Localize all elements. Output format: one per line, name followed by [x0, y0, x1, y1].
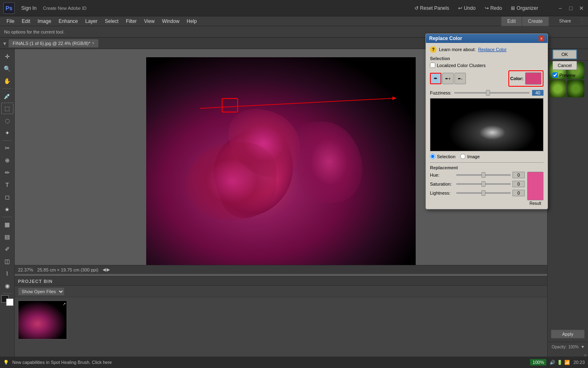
sign-in-button[interactable]: Sign In [19, 4, 39, 13]
eyedropper-add-btn[interactable]: ✒ [430, 73, 441, 84]
menu-help[interactable]: Help [183, 18, 200, 25]
lightness-row: Lightness: 0 [430, 190, 525, 196]
show-open-select[interactable]: Show Open Files [18, 287, 65, 296]
cancel-button[interactable]: Cancel [552, 61, 577, 70]
custom-shape-tool[interactable]: ★ [1, 204, 13, 215]
eyedropper-plus-icon: ✒+ [445, 76, 451, 81]
fuzziness-label: Fuzziness: [430, 90, 452, 95]
hue-row: Hue: 0 [430, 172, 525, 178]
radio-selection[interactable]: Selection [430, 154, 455, 159]
lasso-tool[interactable]: ◌ [1, 115, 13, 126]
color-swatch[interactable] [525, 72, 541, 85]
radio-selection-label: Selection [437, 154, 455, 159]
eyedropper-minus-icon: ✒- [458, 76, 462, 81]
pencil-tool[interactable]: ✐ [1, 243, 13, 255]
menu-select[interactable]: Select [102, 18, 122, 25]
magic-wand-tool[interactable]: ✦ [1, 127, 13, 139]
top-bar: Ps Sign In Create New Adobe ID ↺ Reset P… [0, 0, 588, 16]
document-tab[interactable]: FINALS (1 of 6).jpg @ 22.4% (RGB/8)* × [9, 39, 98, 47]
apply-button[interactable]: Apply [551, 330, 585, 339]
redo-button[interactable]: ↪ Redo [482, 4, 505, 13]
organizer-button[interactable]: ⊞ Organizer [508, 4, 541, 13]
right-thumb-3[interactable] [549, 80, 566, 97]
saturation-thumb[interactable] [481, 181, 486, 187]
fuzziness-slider[interactable] [454, 92, 530, 94]
saturation-slider[interactable] [456, 183, 511, 185]
paint-bucket-tool[interactable]: ▦ [1, 219, 13, 230]
dialog-buttons: OK Cancel Preview [552, 49, 577, 78]
replace-color-dialog[interactable]: Replace Color × ? Learn more about: Repl… [425, 34, 548, 209]
marquee-tool[interactable]: ⬚ [1, 103, 13, 114]
menu-filter[interactable]: Filter [122, 18, 140, 25]
result-label: Result [530, 201, 541, 206]
thumb-options-icon[interactable]: ↗ [62, 302, 66, 306]
menu-window[interactable]: Window [159, 18, 183, 25]
dialog-close-button[interactable]: × [539, 36, 544, 41]
radio-selection-input[interactable] [430, 154, 435, 159]
color-label: Color: [510, 76, 523, 81]
text-tool[interactable]: T [1, 179, 13, 191]
scroll-controls[interactable]: ◀▶ [102, 267, 110, 272]
color-swatches[interactable] [1, 295, 13, 306]
gradient-tool[interactable]: ▤ [1, 231, 13, 242]
shape-tool[interactable]: ◻ [1, 191, 13, 203]
time-display: 20:23 [573, 360, 585, 365]
learn-more-link[interactable]: Replace Color [478, 47, 507, 52]
tab-list-icon[interactable]: ▾ [2, 40, 8, 47]
hue-thumb[interactable] [481, 172, 486, 178]
right-thumb-4[interactable] [567, 80, 584, 97]
bin-content: ↗ [15, 297, 547, 343]
lightness-thumb[interactable] [481, 190, 486, 196]
background-color-swatch[interactable] [6, 298, 13, 306]
fuzziness-thumb[interactable] [486, 90, 490, 96]
minimize-button[interactable]: − [557, 5, 564, 11]
maximize-button[interactable]: □ [568, 5, 574, 11]
crop-tool[interactable]: ✂ [1, 142, 13, 154]
ok-button[interactable]: OK [552, 49, 577, 59]
brush-tool[interactable]: ✏ [1, 167, 13, 178]
radio-image[interactable]: Image [460, 154, 480, 159]
tab-create[interactable]: Create [522, 16, 549, 26]
burn-tool[interactable]: ◉ [1, 280, 13, 292]
flower-image [146, 57, 416, 270]
spot-heal-tool[interactable]: ⊕ [1, 155, 13, 166]
menu-file[interactable]: File [3, 18, 18, 25]
selection-label: Selection [430, 56, 543, 61]
redo-icon: ↪ [485, 5, 489, 11]
bottom-message[interactable]: New capabilities in Spot Healing Brush. … [12, 360, 112, 365]
tab-close-icon[interactable]: × [92, 41, 94, 45]
undo-button[interactable]: ↩ Undo [456, 4, 478, 13]
move-tool[interactable]: ✛ [1, 51, 13, 62]
create-id-text[interactable]: Create New Adobe ID [43, 6, 86, 11]
hue-slider[interactable] [456, 174, 511, 176]
smudge-tool[interactable]: ⌇ [1, 268, 13, 279]
eraser-tool[interactable]: ◫ [1, 256, 13, 267]
menu-image[interactable]: Image [34, 18, 54, 25]
tab-edit[interactable]: Edit [501, 16, 522, 26]
preview-label: Preview [559, 73, 575, 78]
hand-tool[interactable]: ✋ [1, 75, 13, 87]
zoom-tool[interactable]: 🔍 [1, 63, 13, 74]
eyedropper-tool[interactable]: 💉 [1, 90, 13, 102]
result-swatch[interactable] [527, 172, 543, 200]
lightness-slider[interactable] [456, 192, 511, 194]
right-thumbnails [548, 61, 588, 326]
result-column: Result [527, 172, 543, 206]
hue-label: Hue: [430, 173, 454, 177]
eyedropper-minus-btn[interactable]: ✒- [454, 73, 466, 84]
menu-layer[interactable]: Layer [82, 18, 101, 25]
localized-color-clusters-checkbox[interactable] [430, 63, 435, 68]
red-annotation-box [222, 98, 238, 112]
left-toolbar: ✛ 🔍 ✋ 💉 ⬚ ◌ ✦ ✂ ⊕ ✏ T ◻ ★ ▦ ▤ ✐ ◫ ⌇ ◉ [0, 49, 15, 368]
menu-edit[interactable]: Edit [18, 18, 33, 25]
eyedropper-plus-btn[interactable]: ✒+ [442, 73, 454, 84]
menu-enhance[interactable]: Enhance [55, 18, 81, 25]
reset-panels-button[interactable]: ↺ Reset Panels [412, 4, 452, 13]
thumbnail-item[interactable]: ↗ [18, 301, 67, 339]
radio-image-input[interactable] [460, 154, 466, 159]
preview-checkbox[interactable] [552, 72, 558, 78]
opacity-dropdown-icon[interactable]: ▾ [581, 344, 584, 350]
share-panel-btn[interactable]: Share [549, 16, 581, 25]
close-window-button[interactable]: ✕ [578, 5, 585, 11]
menu-view[interactable]: View [141, 18, 158, 25]
